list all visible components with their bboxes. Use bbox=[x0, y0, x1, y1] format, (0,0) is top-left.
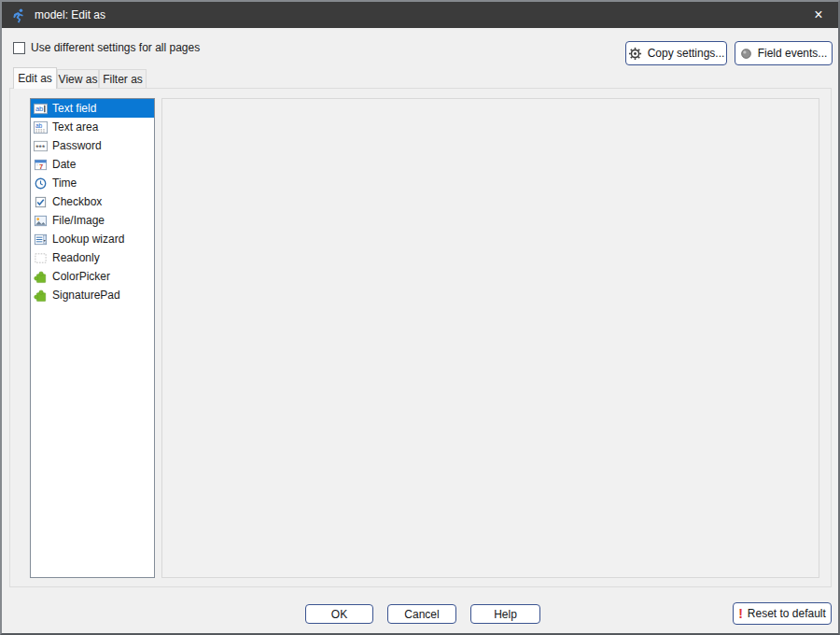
sidebar-item-checkbox[interactable]: Checkbox bbox=[31, 192, 154, 211]
sidebar-item-label: Readonly bbox=[52, 251, 100, 264]
sidebar-item-label: Lookup wizard bbox=[52, 233, 124, 246]
settings-panel bbox=[161, 98, 819, 578]
tab-view-as[interactable]: View as bbox=[57, 69, 99, 88]
exclamation-icon: ! bbox=[738, 607, 743, 620]
sidebar-item-label: Password bbox=[52, 139, 102, 152]
copy-settings-button[interactable]: Copy settings... bbox=[625, 41, 727, 65]
svg-text:***: *** bbox=[35, 142, 46, 151]
ok-button[interactable]: OK bbox=[305, 604, 373, 624]
textfield-icon: ab bbox=[33, 101, 48, 116]
sidebar-item-password[interactable]: ***Password bbox=[31, 136, 154, 155]
svg-text:ab: ab bbox=[35, 105, 42, 113]
reset-to-default-button[interactable]: ! Reset to default bbox=[733, 602, 832, 625]
sidebar-item-file-image[interactable]: File/Image bbox=[31, 211, 154, 230]
sidebar-item-text-area[interactable]: abText area bbox=[31, 118, 154, 136]
tab-view-as-label: View as bbox=[59, 73, 98, 86]
tab-filter-as[interactable]: Filter as bbox=[99, 69, 147, 88]
sidebar-item-date[interactable]: 7Date bbox=[31, 155, 154, 174]
tab-edit-as-label: Edit as bbox=[18, 72, 52, 85]
puzzle-icon bbox=[33, 269, 48, 284]
image-icon bbox=[33, 213, 48, 228]
all-pages-checkbox-row[interactable]: Use different settings for all pages bbox=[13, 41, 200, 54]
all-pages-checkbox-label: Use different settings for all pages bbox=[31, 41, 200, 54]
sidebar-item-colorpicker[interactable]: ColorPicker bbox=[31, 267, 154, 286]
sidebar-item-label: Text field bbox=[52, 102, 96, 115]
sidebar-item-label: File/Image bbox=[52, 214, 105, 227]
close-icon[interactable]: × bbox=[799, 2, 838, 28]
lookup-icon bbox=[33, 232, 48, 247]
sidebar-item-label: SignaturePad bbox=[52, 289, 120, 302]
gear-icon bbox=[628, 47, 642, 61]
sidebar-item-readonly[interactable]: Readonly bbox=[31, 248, 154, 267]
window-title: model: Edit as bbox=[35, 8, 105, 21]
svg-text:7: 7 bbox=[39, 162, 43, 170]
calendar-icon: 7 bbox=[33, 157, 48, 172]
checkbox-icon bbox=[33, 194, 48, 209]
clock-icon bbox=[33, 176, 48, 190]
svg-text:ab: ab bbox=[35, 121, 42, 128]
sidebar-item-lookup-wizard[interactable]: Lookup wizard bbox=[31, 230, 154, 248]
puzzle-icon bbox=[33, 288, 48, 303]
sidebar-item-label: Checkbox bbox=[52, 195, 102, 208]
sidebar-item-text-field[interactable]: abText field bbox=[31, 99, 154, 118]
sidebar-item-label: Time bbox=[52, 176, 77, 190]
password-icon: *** bbox=[33, 138, 48, 153]
tab-edit-as[interactable]: Edit as bbox=[13, 67, 57, 89]
sidebar-item-label: ColorPicker bbox=[52, 270, 110, 283]
app-runner-icon bbox=[11, 7, 26, 22]
tab-filter-as-label: Filter as bbox=[103, 73, 143, 86]
sidebar-item-time[interactable]: Time bbox=[31, 174, 154, 192]
sidebar-item-signaturepad[interactable]: SignaturePad bbox=[31, 286, 154, 304]
sidebar-item-label: Text area bbox=[52, 120, 98, 134]
title-bar: model: Edit as × bbox=[2, 2, 838, 28]
field-events-label: Field events... bbox=[758, 47, 828, 60]
copy-settings-label: Copy settings... bbox=[648, 47, 725, 60]
all-pages-checkbox[interactable] bbox=[13, 42, 25, 54]
readonly-icon bbox=[33, 250, 48, 265]
help-button[interactable]: Help bbox=[470, 604, 540, 624]
sphere-icon bbox=[740, 48, 752, 60]
textarea-icon: ab bbox=[33, 120, 48, 134]
sidebar-item-label: Date bbox=[52, 158, 76, 171]
field-type-list: abText fieldabText area***Password7DateT… bbox=[30, 98, 155, 578]
cancel-button[interactable]: Cancel bbox=[387, 604, 456, 624]
dialog-window: model: Edit as × Use different settings … bbox=[0, 0, 840, 635]
field-events-button[interactable]: Field events... bbox=[735, 41, 833, 65]
reset-to-default-label: Reset to default bbox=[748, 607, 826, 620]
